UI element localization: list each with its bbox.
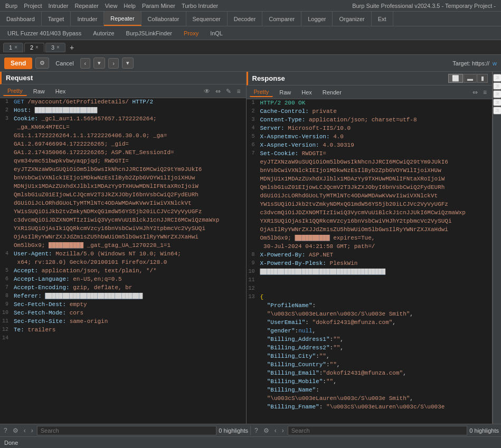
request-wrap-button[interactable]: ⇔	[213, 87, 223, 96]
line: 12 Te: trailers	[0, 326, 246, 335]
tab-dashboard[interactable]: Dashboard	[0, 12, 42, 26]
line: 13 {	[247, 293, 493, 302]
response-search-prev-icon[interactable]: ‹	[273, 427, 278, 434]
settings-icon-button[interactable]: ⚙	[35, 58, 49, 69]
tab-organizer[interactable]: Organizer	[333, 12, 371, 26]
tab-ext[interactable]: Ext	[372, 12, 393, 26]
line: 12	[247, 285, 493, 293]
line: YXR1SUQiOjAsIk1QQRkcmVzcy16bnVsbCwiVHJhY…	[0, 225, 246, 233]
menu-help[interactable]: Help	[120, 3, 139, 9]
cancel-button[interactable]: Cancel	[52, 59, 77, 68]
menu-view[interactable]: View	[102, 3, 121, 9]
view-vertical-btn[interactable]: ▮	[477, 74, 488, 83]
nav-prev-down-button[interactable]: ▾	[93, 58, 105, 69]
side-r-btn-3[interactable]: R	[493, 90, 502, 98]
view-horizontal-btn[interactable]: ▬	[464, 74, 477, 83]
request-format-raw[interactable]: Raw	[29, 87, 49, 96]
view-split-btn[interactable]: ⬜	[448, 74, 463, 83]
menu-turbo-intruder[interactable]: Turbo Intruder	[178, 3, 221, 9]
response-format-toolbar: Pretty Raw Hex Render ⇔ ≡	[247, 85, 493, 99]
nav-prev-button[interactable]: ‹	[80, 58, 91, 69]
menu-repeater[interactable]: Repeater	[71, 3, 101, 9]
request-menu-button[interactable]: ≡	[234, 87, 242, 96]
tab-repeater[interactable]: Repeater	[104, 12, 141, 26]
side-r-btn-4[interactable]: R	[493, 99, 502, 107]
url-bar-autorize[interactable]: Autorize	[89, 29, 118, 37]
side-r-btn-5[interactable]: R	[493, 107, 502, 115]
side-r-btn-2[interactable]: R	[493, 82, 502, 90]
menu-burp[interactable]: Burp	[2, 3, 21, 9]
nav-next-button[interactable]: ›	[108, 58, 119, 69]
nav-tabs: Dashboard Target Intruder Repeater Colla…	[0, 12, 501, 26]
bottom-search-bar: ? ⚙ ‹ › 0 highlights ? ⚙ ‹ › 0 highlight…	[0, 424, 501, 436]
request-eye-button[interactable]: 👁	[202, 87, 212, 96]
req-tab-1-close[interactable]: ×	[14, 44, 17, 50]
line: YXR1SUQiOjAsIk1QQRkcmVzcy16bnVsbCwiVHJhY…	[247, 217, 493, 226]
response-content[interactable]: 1 HTTP/2 200 OK 2 Cache-Control: private…	[247, 99, 493, 424]
response-format-pretty[interactable]: Pretty	[250, 88, 273, 97]
response-wrap-button[interactable]: ⇔	[470, 88, 480, 97]
send-button[interactable]: Send	[4, 58, 32, 69]
response-pane: Response ⬜ ▬ ▮ Pretty Raw Hex Render ⇔ ≡…	[247, 72, 493, 424]
request-pane-header: Request	[0, 72, 246, 84]
toolbar: Send ⚙ Cancel ‹ ▾ › ▾ Target: https:// w	[0, 55, 501, 72]
url-bar-burpjslinkfinder[interactable]: BurpJSLinkFinder	[122, 29, 176, 37]
req-tab-3[interactable]: 3 ×	[45, 43, 65, 52]
menu-intruder[interactable]: Intruder	[45, 3, 72, 9]
line: Om5lbGx9; ██████████ expires=Tue,	[247, 234, 493, 243]
tab-logger[interactable]: Logger	[301, 12, 333, 26]
req-tab-1[interactable]: 1 ×	[3, 43, 23, 52]
response-search-input[interactable]	[288, 426, 468, 435]
menu-project[interactable]: Project	[21, 3, 45, 9]
response-search-settings-icon[interactable]: ⚙	[262, 427, 271, 434]
tab-comparer[interactable]: Comparer	[262, 12, 301, 26]
response-format-hex[interactable]: Hex	[297, 88, 316, 97]
request-format-pretty[interactable]: Pretty	[3, 87, 27, 96]
line: Om5lbGx9; ██████████ _gat_gtag_UA_127022…	[0, 242, 246, 250]
line: 7 Set-Cookie: RWDGTI=	[247, 150, 493, 158]
url-bar-inql[interactable]: InQL	[206, 29, 227, 37]
response-format-render[interactable]: Render	[318, 88, 346, 97]
line: 7 Accept-Encoding: gzip, deflate, br	[0, 284, 246, 292]
request-search-settings-icon[interactable]: ⚙	[11, 427, 20, 434]
tab-target[interactable]: Target	[42, 12, 71, 26]
request-search-input[interactable]	[37, 426, 217, 435]
req-tab-2-close[interactable]: ×	[35, 44, 39, 50]
response-search-next-icon[interactable]: ›	[280, 427, 286, 434]
request-edit-button[interactable]: ✎	[224, 87, 233, 96]
tab-intruder[interactable]: Intruder	[71, 12, 104, 26]
line: "Billing_Email":"dokofi2431@mfunza.com",	[247, 369, 493, 378]
url-bar-proxy[interactable]: Proxy	[179, 29, 203, 37]
response-search-help-icon[interactable]: ?	[253, 427, 260, 434]
request-content[interactable]: 1 GET /myaccount/GetProfiledetails/ HTTP…	[0, 98, 246, 424]
url-bar-fuzzer[interactable]: URL Fuzzer 401/403 Bypass	[3, 29, 86, 37]
line: eyJTZXNzaW9uSUQiOiOm5lbGwsIkNhcnJJRCI6MC…	[247, 158, 493, 167]
line: _ga_KN6K4M7ECL=	[0, 123, 246, 132]
line: OjAsIlRyYWNrZXJJdZm1sZU5hbWUiOm5lbGwsIlR…	[0, 233, 246, 242]
request-search-next-icon[interactable]: ›	[30, 427, 35, 434]
add-tab-button[interactable]: +	[67, 43, 77, 52]
response-menu-button[interactable]: ≡	[481, 88, 489, 97]
req-tab-2[interactable]: 2 ×	[24, 43, 44, 52]
menu-param-miner[interactable]: Param Miner	[139, 3, 178, 9]
req-tab-3-close[interactable]: ×	[56, 44, 60, 50]
response-format-raw[interactable]: Raw	[275, 88, 295, 97]
line: "gender":null,	[247, 327, 493, 336]
request-search-help-icon[interactable]: ?	[2, 427, 9, 434]
tab-decoder[interactable]: Decoder	[228, 12, 263, 26]
line: "\u003cS\u003eLauren\u003c/S\u003e Smith…	[247, 395, 493, 403]
line: MDNjU1x1MDAzZUxhdXJlblx1MDAzYy9TXHUwMDNl…	[0, 183, 246, 191]
request-search-prev-icon[interactable]: ‹	[22, 427, 27, 434]
nav-next-down-button[interactable]: ▾	[122, 58, 134, 69]
request-format-hex[interactable]: Hex	[51, 87, 70, 96]
line: 1 GET /myaccount/GetProfiledetails/ HTTP…	[0, 98, 246, 107]
line: 5 X-Aspnetmvc-Version: 4.0	[247, 133, 493, 141]
line: OjAsIlRyYWNrZXJJdZm1sZU5hbWUiOm5lbGwsIlR…	[247, 226, 493, 234]
line: dGUiOiJcLORhdGUoLTyMTMlNTc4ODAWMDAwKVwvI…	[247, 192, 493, 201]
tab-collaborator[interactable]: Collaborator	[141, 12, 186, 26]
line: 10 Sec-Fetch-Mode: cors	[0, 309, 246, 318]
line: 11	[247, 277, 493, 285]
side-r-btn-1[interactable]: R	[493, 74, 502, 82]
tab-sequencer[interactable]: Sequencer	[186, 12, 228, 26]
app-title: Burp Suite Professional v2024.3.5 - Temp…	[349, 3, 499, 9]
